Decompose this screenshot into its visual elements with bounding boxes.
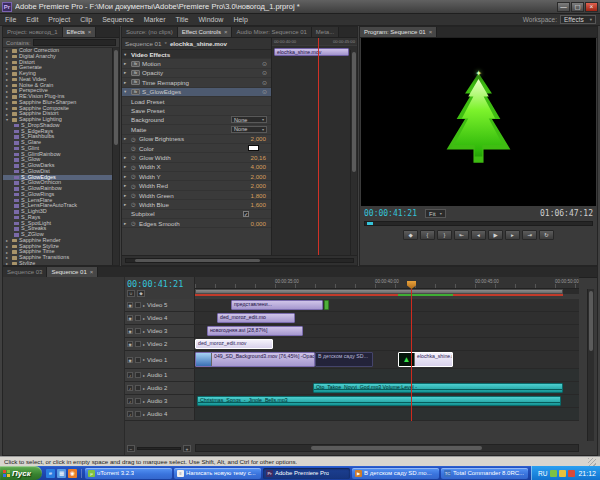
track-header[interactable]: ♪▸Audio 2: [125, 382, 195, 394]
tab-project[interactable]: Project: новогод_1: [3, 27, 63, 37]
effect-param[interactable]: MatteNone▾: [122, 125, 271, 134]
timeline-tab[interactable]: Sequence 03: [3, 267, 47, 277]
timeline-clip[interactable]: 049_SD_Background3.mov [76,45%] -Opacity…: [195, 352, 315, 367]
effect-row[interactable]: ▸fxMotion⊙: [122, 59, 271, 68]
timeline-clip[interactable]: ded_moroz_edit.mov: [195, 339, 273, 349]
toggle-track-output-icon[interactable]: ◉: [127, 357, 133, 363]
toggle-track-output-icon[interactable]: ◉: [127, 302, 133, 308]
menu-help[interactable]: Help: [228, 16, 252, 23]
track-lane[interactable]: 049_SD_Background3.mov [76,45%] -Opacity…: [195, 351, 579, 368]
lock-track-icon[interactable]: [135, 372, 141, 378]
effect-param[interactable]: ▸◷Width X4,000: [122, 163, 271, 172]
twirl-icon[interactable]: ▾: [6, 117, 10, 122]
horizontal-scrollbar[interactable]: [125, 258, 354, 263]
step-back-icon[interactable]: ◂: [471, 230, 486, 240]
close-button[interactable]: ×: [585, 2, 598, 12]
stopwatch-icon[interactable]: ◷: [131, 164, 137, 170]
collapse-track-icon[interactable]: ▸: [143, 342, 145, 347]
twirl-icon[interactable]: ▾: [124, 89, 129, 94]
timeline-timecode[interactable]: 00:00:41:21: [127, 279, 183, 289]
tab-program[interactable]: Program: Sequence 01 ×: [360, 27, 437, 37]
menu-edit[interactable]: Edit: [21, 16, 43, 23]
track-lane[interactable]: [195, 408, 579, 420]
param-dropdown[interactable]: None▾: [231, 126, 267, 133]
effect-param[interactable]: ▸◷Width Green1,800: [122, 191, 271, 200]
taskbar-button[interactable]: µuTorrent 3.2.3: [85, 468, 172, 479]
show-desktop-icon[interactable]: ▦: [57, 469, 66, 478]
param-value[interactable]: 2,000: [251, 135, 269, 142]
collapse-track-icon[interactable]: ▸: [143, 399, 145, 404]
effect-row-selected[interactable]: ▾fxS_GlowEdges⊙: [122, 88, 271, 97]
twirl-icon[interactable]: ▸: [6, 106, 10, 111]
twirl-icon[interactable]: ▸: [124, 193, 129, 198]
toggle-track-output-icon[interactable]: ◉: [127, 315, 133, 321]
jump-to-in-icon[interactable]: ⇤: [454, 230, 469, 240]
lock-track-icon[interactable]: [135, 385, 141, 391]
twirl-icon[interactable]: ▸: [124, 183, 129, 188]
reset-icon[interactable]: ⊙: [262, 79, 269, 86]
twirl-icon[interactable]: ▸: [124, 221, 129, 226]
tray-icon[interactable]: [550, 470, 557, 477]
twirl-icon[interactable]: ▸: [124, 174, 129, 179]
close-icon[interactable]: ×: [429, 29, 433, 35]
play-icon[interactable]: ▶: [488, 230, 503, 240]
menu-project[interactable]: Project: [43, 16, 75, 23]
tray-icon[interactable]: [559, 470, 566, 477]
twirl-icon[interactable]: ▸: [6, 83, 10, 88]
track-header[interactable]: ◉▸Video 5: [125, 299, 195, 311]
lock-track-icon[interactable]: [135, 411, 141, 417]
twirl-icon[interactable]: ▸: [6, 100, 10, 105]
mark-out-icon[interactable]: }: [437, 230, 452, 240]
collapse-track-icon[interactable]: ▸: [143, 329, 145, 334]
track-header[interactable]: ♪▸Audio 3: [125, 395, 195, 407]
tray-icon[interactable]: [568, 470, 575, 477]
param-value[interactable]: 2,000: [251, 182, 269, 189]
track-lane[interactable]: представлени...: [195, 299, 579, 311]
param-value[interactable]: 1,600: [251, 201, 269, 208]
timeline-clip[interactable]: [324, 300, 329, 310]
track-header[interactable]: ◉▸Video 2: [125, 338, 195, 350]
playhead[interactable]: [411, 289, 412, 421]
effect-controls-timeline[interactable]: 00:00:40:0000:00:45:00 elochka_shine.mov: [271, 38, 357, 255]
step-forward-icon[interactable]: ▸: [505, 230, 520, 240]
track-header[interactable]: ◉▸Video 4: [125, 312, 195, 324]
tab-effects[interactable]: Effects ×: [63, 27, 97, 37]
effect-controls-clip-bar[interactable]: elochka_shine.mov: [274, 48, 349, 56]
track-lane[interactable]: ded_moroz_edit.mov: [195, 338, 579, 350]
scrollbar-thumb[interactable]: [352, 52, 356, 172]
zoom-out-icon[interactable]: −: [127, 445, 135, 452]
timeline-clip[interactable]: ▲elochka_shine.mov: [398, 352, 453, 367]
jump-to-out-icon[interactable]: ⇥: [522, 230, 537, 240]
menu-clip[interactable]: Clip: [75, 16, 97, 23]
twirl-icon[interactable]: ▸: [6, 77, 10, 82]
twirl-icon[interactable]: ▾: [124, 52, 129, 57]
reset-icon[interactable]: ⊙: [262, 88, 269, 95]
effect-param[interactable]: ▸◷Width Red2,000: [122, 181, 271, 190]
taskbar-button[interactable]: TCTotal Commander 8.0RC...: [441, 468, 528, 479]
twirl-icon[interactable]: ▸: [6, 94, 10, 99]
effects-scrollbar[interactable]: [112, 48, 119, 265]
timeline-tab[interactable]: Sequence 01×: [47, 267, 98, 277]
twirl-icon[interactable]: ▸: [6, 66, 10, 71]
timeline-horizontal-scrollbar[interactable]: [195, 444, 579, 452]
tab-audio-mixer-sequence-01[interactable]: Audio Mixer: Sequence 01: [232, 27, 311, 37]
effect-param[interactable]: ▸◷Width Blue1,600: [122, 200, 271, 209]
close-icon[interactable]: ×: [90, 269, 94, 275]
track-header[interactable]: ♪▸Audio 4: [125, 408, 195, 420]
close-icon[interactable]: ×: [224, 29, 228, 35]
effect-param[interactable]: ▸◷Glow Brightness2,000: [122, 135, 271, 144]
twirl-icon[interactable]: ▸: [124, 70, 129, 75]
param-value[interactable]: 4,000: [251, 163, 269, 170]
effect-row[interactable]: ▸fxOpacity⊙: [122, 69, 271, 78]
start-button[interactable]: Пуск: [0, 466, 42, 480]
twirl-icon[interactable]: ▸: [6, 48, 10, 53]
taskbar-button[interactable]: ▶В детском саду SD.mo...: [352, 468, 439, 479]
lock-track-icon[interactable]: [135, 341, 141, 347]
twirl-icon[interactable]: ▸: [6, 244, 10, 249]
reset-icon[interactable]: ⊙: [262, 69, 269, 76]
stopwatch-icon[interactable]: ◷: [131, 192, 137, 198]
twirl-icon[interactable]: ▸: [6, 54, 10, 59]
twirl-icon[interactable]: ▸: [6, 238, 10, 243]
track-lane[interactable]: Oto_Takoe_Novyi_God.mp3 Volume:Level -: [195, 382, 579, 394]
twirl-icon[interactable]: ▸: [6, 71, 10, 76]
